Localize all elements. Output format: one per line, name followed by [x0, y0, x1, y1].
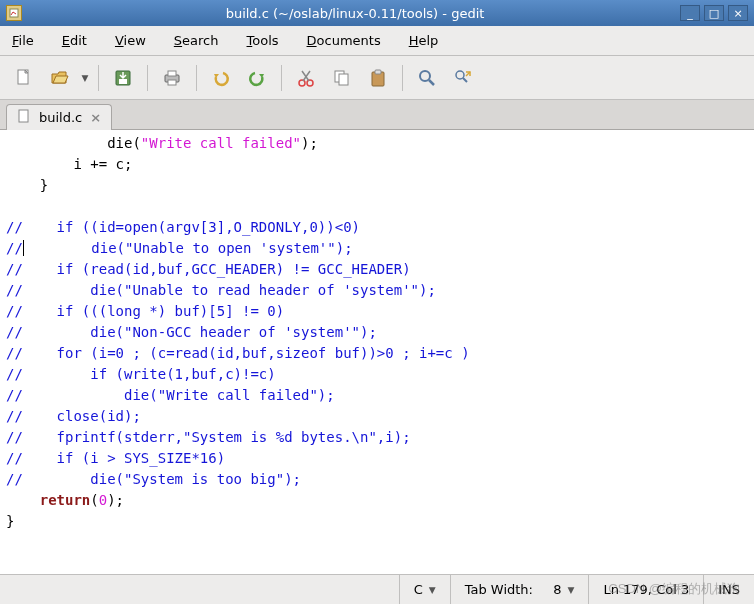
- cut-button[interactable]: [290, 62, 322, 94]
- window-maximize-button[interactable]: □: [704, 5, 724, 21]
- window-titlebar: build.c (~/oslab/linux-0.11/tools) - ged…: [0, 0, 754, 26]
- save-button[interactable]: [107, 62, 139, 94]
- menu-documents[interactable]: Documents: [307, 33, 381, 48]
- svg-rect-6: [168, 80, 176, 85]
- tab-bar: build.c ×: [0, 100, 754, 130]
- menu-view[interactable]: View: [115, 33, 146, 48]
- svg-rect-5: [168, 71, 176, 76]
- svg-point-14: [456, 71, 464, 79]
- open-dropdown[interactable]: ▼: [80, 73, 90, 83]
- paste-button[interactable]: [362, 62, 394, 94]
- find-button[interactable]: [411, 62, 443, 94]
- menu-help[interactable]: Help: [409, 33, 439, 48]
- menu-search[interactable]: Search: [174, 33, 219, 48]
- window-minimize-button[interactable]: _: [680, 5, 700, 21]
- open-file-button[interactable]: [44, 62, 76, 94]
- svg-rect-3: [119, 79, 127, 84]
- window-close-button[interactable]: ×: [728, 5, 748, 21]
- svg-rect-15: [19, 110, 28, 122]
- text-cursor: [23, 240, 24, 256]
- replace-button[interactable]: [447, 62, 479, 94]
- menu-edit[interactable]: Edit: [62, 33, 87, 48]
- language-selector[interactable]: C▼: [399, 575, 450, 604]
- code-content[interactable]: die("Write call failed"); i += c; } // i…: [0, 131, 754, 534]
- tab-label: build.c: [39, 110, 82, 125]
- undo-button[interactable]: [205, 62, 237, 94]
- app-icon: [6, 5, 22, 21]
- file-icon: [17, 109, 31, 126]
- cursor-position: Ln 179, Col 3: [588, 575, 703, 604]
- svg-rect-10: [339, 74, 348, 85]
- svg-rect-12: [375, 70, 381, 74]
- toolbar-separator: [147, 65, 148, 91]
- svg-point-8: [307, 80, 313, 86]
- copy-button[interactable]: [326, 62, 358, 94]
- toolbar-separator: [281, 65, 282, 91]
- menubar: File Edit View Search Tools Documents He…: [0, 26, 754, 56]
- tab-width-selector[interactable]: Tab Width: 8▼: [450, 575, 589, 604]
- svg-point-13: [420, 71, 430, 81]
- text-editor[interactable]: die("Write call failed"); i += c; } // i…: [0, 130, 754, 574]
- toolbar-separator: [98, 65, 99, 91]
- svg-point-7: [299, 80, 305, 86]
- new-file-button[interactable]: [8, 62, 40, 94]
- print-button[interactable]: [156, 62, 188, 94]
- redo-button[interactable]: [241, 62, 273, 94]
- insert-mode[interactable]: INS: [703, 575, 754, 604]
- menu-tools[interactable]: Tools: [247, 33, 279, 48]
- menu-file[interactable]: File: [12, 33, 34, 48]
- toolbar-separator: [196, 65, 197, 91]
- toolbar-separator: [402, 65, 403, 91]
- toolbar: ▼: [0, 56, 754, 100]
- tab-close-button[interactable]: ×: [90, 110, 101, 125]
- tab-build-c[interactable]: build.c ×: [6, 104, 112, 130]
- window-title: build.c (~/oslab/linux-0.11/tools) - ged…: [30, 6, 680, 21]
- status-bar: C▼ Tab Width: 8▼ Ln 179, Col 3 INS: [0, 574, 754, 604]
